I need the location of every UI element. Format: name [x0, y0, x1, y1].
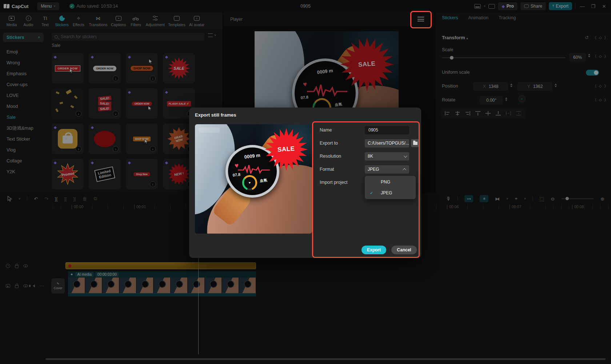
export-to-field[interactable]: C:/Users/TOPGUS/...	[365, 139, 409, 147]
check-icon: ✓	[370, 191, 373, 195]
browse-folder-button[interactable]	[411, 139, 420, 147]
sale-starburst: SALE	[264, 128, 308, 171]
format-label: Format	[320, 167, 360, 172]
export-to-label: Export to	[320, 141, 360, 146]
format-option-jpeg[interactable]: ✓ JPEG	[365, 187, 416, 198]
resolution-select[interactable]: 8K	[365, 152, 409, 161]
format-option-png[interactable]: PNG	[365, 177, 416, 187]
activity-ring: ♥	[242, 175, 257, 190]
dialog-title: Export still frames	[195, 112, 236, 118]
dialog-export-button[interactable]: Export	[362, 246, 386, 254]
name-field[interactable]	[365, 126, 409, 134]
watermark	[199, 128, 220, 133]
dialog-cancel-button[interactable]: Cancel	[391, 246, 417, 254]
format-select[interactable]: JPEG	[365, 165, 409, 174]
capcut-window: CapCut Menu ˅ ✓ Auto saved: 10:53:14 090…	[0, 0, 611, 364]
resolution-label: Resolution	[320, 154, 360, 159]
export-still-frames-dialog: Export still frames 0009 m ♥ 07.8 ♥ 血氧 S…	[189, 108, 421, 258]
chevron-up-icon	[403, 168, 406, 171]
name-label: Name	[320, 128, 360, 133]
format-dropdown: PNG ✓ JPEG	[365, 176, 416, 199]
name-input[interactable]	[368, 127, 406, 133]
import-project-label: Import project	[320, 180, 360, 185]
export-preview-image: 0009 m ♥ 07.8 ♥ 血氧 SALE	[195, 124, 312, 234]
chevron-down-icon	[404, 154, 407, 158]
folder-icon	[413, 142, 418, 145]
